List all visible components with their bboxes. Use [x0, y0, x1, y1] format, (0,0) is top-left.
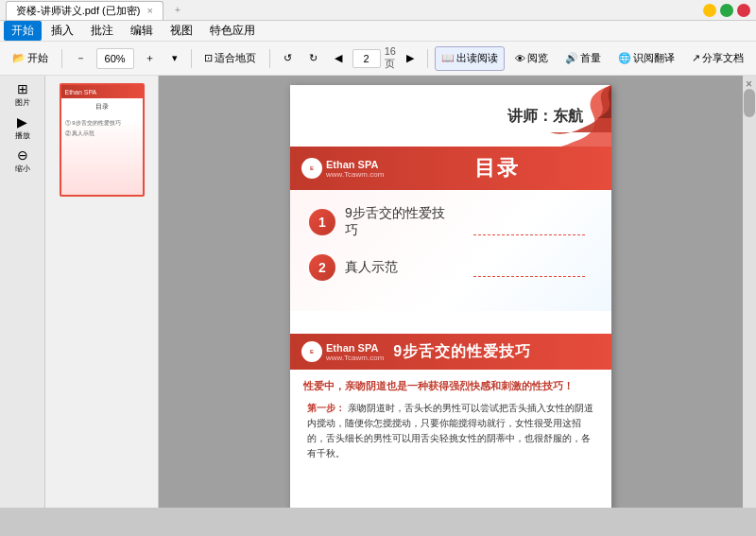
toc-logo-sub: www.Tcawm.com	[326, 170, 384, 179]
section-logo-main: Ethan SPA	[326, 342, 378, 354]
maximize-icon[interactable]	[720, 4, 733, 17]
section-logo-e: E	[310, 349, 314, 354]
pdf-area[interactable]: 讲师：东航 E Ethan SPA www.Tcawm.com 目录	[159, 76, 743, 508]
zoom-input[interactable]	[96, 48, 134, 69]
view-icon: 👁	[515, 53, 525, 64]
section-logo-text: Ethan SPA www.Tcawm.com	[326, 342, 384, 362]
page-spacer	[290, 311, 611, 330]
logo-circle: E	[301, 158, 322, 179]
section-logo-sub: www.Tcawm.com	[326, 354, 384, 362]
separator-3	[269, 49, 270, 68]
play-icon: ▶	[17, 114, 27, 130]
page-number-input[interactable]	[352, 49, 381, 68]
instructor-section: 讲师：东航	[290, 85, 611, 147]
menu-item-view[interactable]: 视图	[163, 21, 200, 41]
translate-button[interactable]: 🌐 识阅翻译	[611, 46, 681, 71]
play-button[interactable]: ▶ 播放	[5, 112, 41, 143]
minimize-icon[interactable]	[703, 4, 716, 17]
logo-e-icon: E	[310, 165, 314, 171]
new-tab-icon[interactable]: +	[175, 5, 180, 15]
speaker-label: 首量	[580, 51, 601, 65]
toc-title: 目录	[393, 154, 600, 182]
section-intro: 性爱中，亲吻阴道也是一种获得强烈快感和刺激的性技巧！	[303, 379, 598, 393]
window-controls	[703, 4, 750, 17]
zoom-in-button[interactable]: ＋	[138, 46, 162, 71]
toc-number-1: 1	[309, 209, 335, 235]
toc-text-1: 9步舌交的性爱技巧	[345, 205, 456, 239]
main-area: ⊞ 图片 ▶ 播放 ⊖ 缩小 × Ethan SPA 目录 ① 9步舌交的性爱技…	[0, 76, 756, 508]
translate-icon: 🌐	[618, 52, 631, 64]
speaker-icon: 🔊	[565, 52, 578, 64]
open-button[interactable]: 📂 开始	[6, 46, 55, 71]
window-tab[interactable]: 资楼-讲师讲义.pdf (已加密) ×	[6, 1, 163, 20]
fit-page-button[interactable]: ⊡ 适合地页	[198, 46, 263, 71]
tab-label: 资楼-讲师讲义.pdf (已加密)	[16, 5, 140, 16]
toc-dots-2	[473, 276, 585, 277]
section-body: 性爱中，亲吻阴道也是一种获得强烈快感和刺激的性技巧！ 第一步： 亲吻阴道时，舌头…	[290, 370, 611, 476]
toc-text-2: 真人示范	[345, 259, 456, 276]
shrink-icon: ⊖	[17, 147, 28, 163]
read-label: 出读阅读	[456, 51, 498, 65]
toc-item-2: 2 真人示范	[309, 254, 593, 281]
thumbnail-panel: × Ethan SPA 目录 ① 9步舌交的性爱技巧 ② 真人示范	[45, 76, 159, 508]
toc-header: E Ethan SPA www.Tcawm.com 目录	[290, 147, 611, 190]
toc-logo-main: Ethan SPA	[326, 159, 378, 170]
menu-item-insert[interactable]: 插入	[43, 21, 81, 41]
read-icon: 📖	[441, 52, 455, 64]
thumbnail-label: 图片	[15, 97, 30, 108]
zoom-out-button[interactable]: －	[69, 46, 93, 71]
section-header: E Ethan SPA www.Tcawm.com 9步舌交的性爱技巧	[290, 334, 611, 370]
toc-logo-area: E Ethan SPA www.Tcawm.com	[301, 158, 384, 179]
separator-1	[61, 49, 62, 68]
section-logo-area: E Ethan SPA www.Tcawm.com	[301, 341, 384, 362]
prev-page-button[interactable]: ◀	[328, 46, 349, 71]
share-label: 分享文档	[702, 51, 744, 65]
rotate-left-button[interactable]: ↺	[277, 46, 299, 71]
menu-item-special[interactable]: 特色应用	[202, 21, 263, 41]
section-title: 9步舌交的性爱技巧	[393, 342, 531, 362]
separator-2	[191, 49, 192, 68]
read-mode-button[interactable]: 📖 出读阅读	[435, 46, 505, 71]
fit-page-label: 适合地页	[215, 51, 256, 65]
scrollbar-thumb[interactable]	[744, 89, 755, 117]
menu-item-annotate[interactable]: 批注	[83, 21, 121, 41]
toc-item-1: 1 9步舌交的性爱技巧	[309, 205, 593, 239]
rotate-right-button[interactable]: ↻	[302, 46, 324, 71]
toc-logo: Ethan SPA www.Tcawm.com	[326, 159, 384, 179]
next-page-button[interactable]: ▶	[400, 46, 421, 71]
view-mode-button[interactable]: 👁 阅览	[508, 46, 555, 71]
share-icon: ↗	[692, 52, 700, 64]
section-step-1: 第一步： 亲吻阴道时，舌头长的男性可以尝试把舌头插入女性的阴道内搅动，随便你怎搅…	[303, 401, 598, 461]
open-icon: 📂	[12, 52, 26, 64]
pdf-page: 讲师：东航 E Ethan SPA www.Tcawm.com 目录	[290, 85, 611, 508]
toc-dots-1	[473, 234, 585, 235]
section-logo-circle: E	[301, 341, 322, 362]
left-panel: ⊞ 图片 ▶ 播放 ⊖ 缩小	[0, 76, 45, 508]
instructor-label: 讲师：东航	[507, 106, 583, 126]
tab-close-icon[interactable]: ×	[146, 5, 152, 16]
translate-label: 识阅翻译	[633, 51, 675, 65]
page-total: 16页	[385, 45, 397, 71]
view-label: 阅览	[527, 51, 548, 65]
scrollbar[interactable]	[743, 76, 756, 508]
separator-4	[427, 49, 428, 68]
menu-item-edit[interactable]: 编辑	[123, 21, 161, 41]
share-button[interactable]: ↗ 分享文档	[685, 46, 750, 71]
toc-number-2: 2	[309, 254, 335, 281]
thumb-logo: Ethan SPA	[65, 89, 97, 95]
thumb-item-1: ① 9步舌交的性爱技巧	[65, 119, 139, 128]
menu-item-start[interactable]: 开始	[4, 21, 42, 41]
thumbnail-button[interactable]: ⊞ 图片	[5, 79, 41, 110]
open-label: 开始	[27, 51, 48, 65]
speaker-button[interactable]: 🔊 首量	[558, 46, 608, 71]
shrink-label: 缩小	[15, 164, 30, 174]
close-window-icon[interactable]	[737, 4, 750, 17]
fit-page-icon: ⊡	[204, 52, 213, 64]
shrink-button[interactable]: ⊖ 缩小	[5, 146, 41, 176]
menu-bar: 开始 插入 批注 编辑 视图 特色应用	[0, 21, 756, 42]
thumb-item-2: ② 真人示范	[65, 130, 139, 138]
toc-body: 1 9步舌交的性爱技巧 2 真人示范	[290, 190, 611, 311]
thumbnail-item[interactable]: Ethan SPA 目录 ① 9步舌交的性爱技巧 ② 真人示范	[60, 83, 145, 197]
thumbnail-icon: ⊞	[17, 81, 28, 96]
zoom-dropdown-button[interactable]: ▾	[165, 46, 184, 71]
